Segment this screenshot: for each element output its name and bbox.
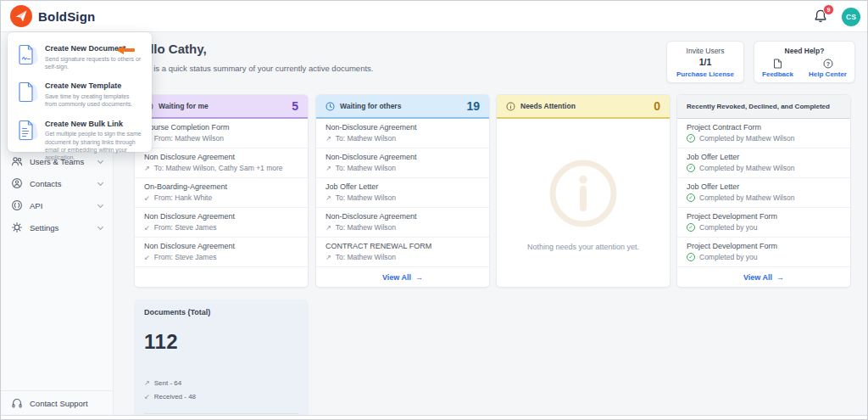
received-arrow-icon: ↙ [144, 194, 150, 202]
info-icon [506, 102, 515, 111]
needs-attention-empty-state: Nothing needs your attention yet. [497, 119, 670, 288]
help-center-label: Help Center [809, 70, 847, 78]
card-title: Recently Revoked, Declined, and Complete… [687, 103, 830, 110]
document-list-icon [18, 120, 36, 162]
purchase-license-link[interactable]: Purchase License [676, 70, 734, 78]
card-title: Waiting for me [159, 102, 209, 110]
document-list-item[interactable]: On-Boarding-Agreement ↙From: Hank White [135, 178, 308, 208]
need-help-title: Need Help? [785, 47, 825, 55]
headset-icon [11, 397, 23, 409]
document-list-item[interactable]: Non Disclosure Agreement ↙From: Steve Ja… [135, 208, 308, 238]
documents-received-stat: ↙ Received - 48 [144, 393, 196, 400]
sent-arrow-icon: ↗ [326, 194, 331, 202]
arrow-right-icon: → [776, 273, 784, 282]
api-icon [11, 199, 23, 211]
documents-sent-stat: ↗ Sent - 64 [144, 379, 181, 387]
chevron-down-icon [97, 201, 103, 207]
view-all-link[interactable]: View All → [316, 267, 489, 288]
chevron-down-icon [97, 179, 103, 185]
sidebar-item-label: API [30, 201, 42, 210]
completed-check-icon: ✓ [687, 134, 695, 143]
sent-arrow-icon: ↗ [326, 165, 331, 172]
help-center-link[interactable]: ? Help Center [809, 59, 847, 78]
invite-users-title: Invite Users [687, 47, 725, 55]
document-list-item[interactable]: Non-Disclosure Agreement ↗To: Mathew Wil… [316, 208, 489, 238]
chevron-down-icon [97, 223, 103, 229]
feedback-label: Feedback [762, 70, 793, 78]
completed-check-icon: ✓ [687, 253, 695, 261]
sidebar-nav: Users & Teams Contacts API Settings [1, 150, 113, 238]
needs-attention-header: Needs Attention 0 [497, 95, 670, 119]
document-list-item[interactable]: Non Disclosure Agreement ↙From: Steve Ja… [135, 238, 308, 267]
brand-name: BoldSign [38, 9, 95, 24]
completed-check-icon: ✓ [687, 223, 695, 232]
waiting-for-me-card: Waiting for me 5 Course Completion Form … [134, 94, 309, 288]
contact-support-label: Contact Support [30, 399, 88, 408]
document-list-item[interactable]: Non-Disclosure Agreement ↗To: Mathew Wil… [316, 148, 489, 178]
sent-arrow-icon: ↗ [326, 224, 331, 232]
received-arrow-icon: ↙ [144, 393, 150, 400]
create-new-bulk-link-item[interactable]: Create New Bulk Link Get multiple people… [18, 120, 142, 162]
document-list-item[interactable]: Non-Disclosure Agreement ↗To: Mathew Wil… [316, 119, 489, 148]
document-list-item[interactable]: Project Development Form ✓Completed by y… [677, 208, 850, 238]
info-watermark-icon [546, 156, 620, 231]
waiting-for-others-card: Waiting for others 19 Non-Disclosure Agr… [315, 94, 490, 288]
contacts-icon [11, 177, 23, 189]
sidebar-item-contacts[interactable]: Contacts [1, 172, 113, 194]
document-list-item[interactable]: Project Development Form ✓Completed by y… [677, 238, 850, 267]
waiting-for-me-header: Waiting for me 5 [135, 95, 308, 119]
documents-total-card: Documents (Total) 112 ↗ Sent - 64 ↙ Rece… [134, 300, 309, 420]
sidebar-item-api[interactable]: API [1, 194, 113, 216]
sent-arrow-icon: ↗ [326, 135, 331, 143]
document-icon [18, 81, 36, 108]
document-list-item[interactable]: Non Disclosure Agreement ↗To: Mathew Wil… [135, 148, 308, 178]
notification-badge: 9 [823, 4, 834, 15]
document-list-item[interactable]: Project Contract Form ✓Completed by Math… [677, 119, 850, 148]
empty-state-text: Nothing needs your attention yet. [527, 243, 639, 251]
gear-icon [11, 221, 23, 233]
document-list-item[interactable]: Job Offer Letter ✓Completed by Mathew Wi… [677, 148, 850, 178]
page-bottom-strip [1, 415, 867, 419]
document-list-item[interactable]: CONTRACT RENEWAL FORM ↗To: Mathew Wilson [316, 238, 489, 267]
card-count: 0 [654, 99, 660, 113]
documents-total-value: 112 [144, 330, 178, 354]
sent-arrow-icon: ↗ [144, 165, 150, 172]
top-bar: BoldSign 9 CS [1, 1, 867, 32]
greeting-subtitle: Here is a quick status summary of your c… [134, 64, 373, 73]
received-arrow-icon: ↙ [144, 254, 150, 261]
needs-attention-card: Needs Attention 0 Nothing needs your att… [496, 94, 670, 288]
sidebar-item-label: Contacts [30, 179, 62, 188]
sent-arrow-icon: ↗ [326, 254, 331, 261]
sidebar-item-label: Settings [30, 223, 58, 232]
create-new-template-item[interactable]: Create New Template Save time by creatin… [18, 81, 142, 108]
need-help-card: Need Help? Feedback ? Help Center [754, 41, 855, 83]
svg-text:?: ? [826, 60, 829, 66]
waiting-for-others-header: Waiting for others 19 [316, 95, 489, 119]
sidebar-item-settings[interactable]: Settings [1, 216, 113, 238]
document-list-item[interactable]: Course Completion Form ↙From: Mathew Wil… [135, 119, 308, 148]
annotation-arrow-icon [116, 46, 135, 54]
document-sign-icon [18, 44, 36, 70]
notifications-button[interactable]: 9 [813, 8, 828, 24]
contact-support-button[interactable]: Contact Support [1, 390, 113, 415]
received-arrow-icon: ↙ [144, 224, 150, 232]
card-count: 19 [466, 99, 480, 113]
divider [144, 413, 298, 414]
view-all-link[interactable]: View All → [677, 267, 850, 288]
boldsign-dashboard: BoldSign 9 CS Users & Teams Contacts API [0, 0, 868, 420]
boldsign-logo-icon [10, 5, 32, 27]
feedback-doc-icon [773, 59, 782, 69]
card-title: Waiting for others [340, 102, 401, 110]
recent-activity-header: Recently Revoked, Declined, and Complete… [677, 95, 850, 119]
card-title: Needs Attention [520, 102, 576, 110]
boldsign-logo[interactable]: BoldSign [10, 5, 95, 27]
card-footer [135, 267, 308, 288]
completed-check-icon: ✓ [687, 193, 695, 202]
help-circle-icon: ? [823, 59, 833, 69]
feedback-link[interactable]: Feedback [762, 59, 793, 78]
document-list-item[interactable]: Job Offer Letter ↗To: Mathew Wilson [316, 178, 489, 208]
user-avatar[interactable]: CS [842, 8, 860, 26]
document-list-item[interactable]: Job Offer Letter ✓Completed by Mathew Wi… [677, 178, 850, 208]
documents-total-title: Documents (Total) [144, 308, 210, 316]
invite-users-count: 1/1 [699, 57, 712, 67]
